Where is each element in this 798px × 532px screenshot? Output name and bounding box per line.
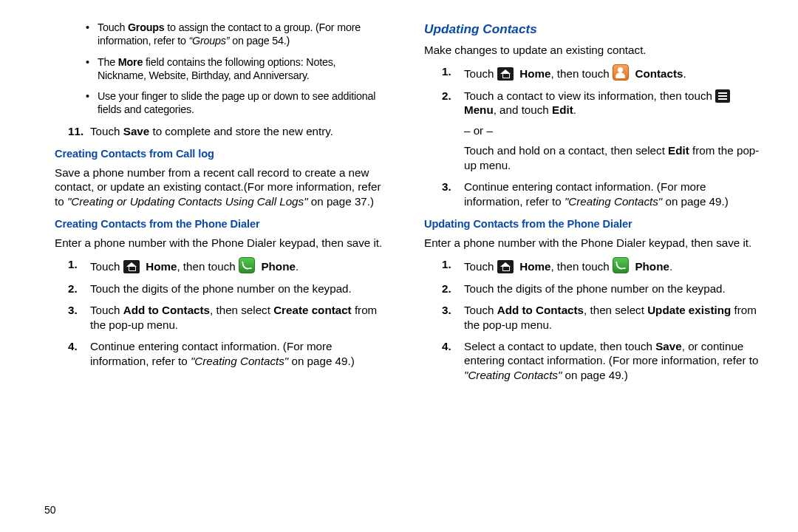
t: , and touch <box>494 103 552 116</box>
phone-icon <box>613 257 629 273</box>
updating-dialer-intro: Enter a phone number with the Phone Dial… <box>424 236 767 250</box>
save-bold: Save <box>655 340 681 352</box>
heading-creating-dialer: Creating Contacts from the Phone Dialer <box>55 217 384 231</box>
menu-icon <box>715 89 730 103</box>
t: Touch <box>464 67 497 80</box>
create-bold: Create contact <box>273 304 352 316</box>
save-bold: Save <box>123 125 149 137</box>
dialer-intro: Enter a phone number with the Phone Dial… <box>55 236 384 250</box>
t: Touch <box>90 260 123 273</box>
upd2-step-3: 3. Touch Add to Contacts, then select Up… <box>442 303 767 332</box>
dialer-steps: 1. Touch Home, then touch Phone. 2. Touc… <box>41 257 384 368</box>
add-bold: Add to Contacts <box>497 304 584 316</box>
ref-italic: "Creating Contacts" <box>191 355 288 367</box>
home-bold: Home <box>519 67 550 80</box>
manual-page: Touch Groups to assign the contact to a … <box>0 0 798 532</box>
edit-bold: Edit <box>552 103 573 116</box>
contacts-bold: Contacts <box>635 67 683 80</box>
t: , then select <box>210 304 273 316</box>
text: Touch <box>90 125 123 137</box>
ref-italic: "Creating Contacts" <box>464 369 562 381</box>
phone-icon <box>239 257 255 273</box>
updating-intro: Make changes to update an existing conta… <box>424 43 767 57</box>
upd2-step-2: 2. Touch the digits of the phone number … <box>442 282 767 296</box>
t: , then select <box>584 304 647 316</box>
t: Touch a contact to view its information,… <box>464 89 715 102</box>
dialer-step-1: 1. Touch Home, then touch Phone. <box>68 257 384 273</box>
bullet-slide: Use your finger to slide the page up or … <box>86 89 384 117</box>
left-column: Touch Groups to assign the contact to a … <box>27 21 399 525</box>
t: , then touch <box>550 67 613 80</box>
ref-italic: "Creating or Updating Contacts Using Cal… <box>67 195 308 208</box>
call-log-paragraph: Save a phone number from a recent call r… <box>55 166 384 208</box>
t: on page 49.) <box>662 195 729 208</box>
home-icon <box>497 260 514 273</box>
t: , then touch <box>177 260 239 273</box>
upd-step-2: 2. Touch a contact to view its informati… <box>442 89 767 172</box>
heading-updating-dialer: Updating Contacts from the Phone Dialer <box>424 217 767 231</box>
right-column: Updating Contacts Make changes to update… <box>399 21 771 525</box>
contacts-icon <box>613 64 629 81</box>
bullet-list-continuation: Touch Groups to assign the contact to a … <box>41 21 384 117</box>
home-icon <box>497 67 514 81</box>
ref-italic: "Creating Contacts" <box>565 195 662 208</box>
dialer-step-4: 4. Continue entering contact information… <box>68 339 384 368</box>
home-icon <box>123 260 140 273</box>
t: on page 49.) <box>288 355 355 367</box>
t: Select a contact to update, then touch <box>464 340 655 352</box>
t: Touch <box>90 304 123 316</box>
update-bold: Update existing <box>647 304 731 316</box>
updating-dialer-steps: 1. Touch Home, then touch Phone. 2. Touc… <box>415 257 767 382</box>
t: Touch the digits of the phone number on … <box>90 282 352 295</box>
heading-creating-call-log: Creating Contacts from Call log <box>55 147 384 161</box>
updating-steps: 1. Touch Home, then touch Contacts. 2. T… <box>415 64 767 208</box>
heading-updating-contacts: Updating Contacts <box>424 21 767 37</box>
add-bold: Add to Contacts <box>123 304 210 316</box>
home-bold: Home <box>146 260 177 273</box>
t: on page 49.) <box>562 369 628 381</box>
t: Touch and hold on a contact, then select <box>464 144 668 157</box>
upd2-step-4: 4. Select a contact to update, then touc… <box>442 339 767 382</box>
home-bold: Home <box>519 260 550 273</box>
upd2-step-1: 1. Touch Home, then touch Phone. <box>442 257 767 273</box>
dialer-step-2: 2. Touch the digits of the phone number … <box>68 282 384 296</box>
text: to complete and store the new entry. <box>149 125 333 137</box>
phone-bold: Phone <box>261 260 295 273</box>
or-sep: – or – <box>464 123 767 137</box>
menu-bold: Menu <box>464 103 494 116</box>
upd-step-1: 1. Touch Home, then touch Contacts. <box>442 64 767 81</box>
step2-alt: Touch and hold on a contact, then select… <box>464 143 767 172</box>
bullet-more: The More field contains the following op… <box>86 55 384 83</box>
page-number: 50 <box>44 504 56 517</box>
upd-step-3: 3. Continue entering contact information… <box>442 180 767 208</box>
t: Touch the digits of the phone number on … <box>464 282 726 295</box>
dialer-step-3: 3. Touch Add to Contacts, then select Cr… <box>68 303 384 332</box>
edit-bold: Edit <box>668 144 689 157</box>
t: , then touch <box>550 260 613 273</box>
bullet-groups: Touch Groups to assign the contact to a … <box>86 21 384 48</box>
phone-bold: Phone <box>635 260 669 273</box>
t: Touch <box>464 304 497 316</box>
step-11-list: 11. Touch Save to complete and store the… <box>41 124 384 138</box>
t: Touch <box>464 260 497 273</box>
step-11: 11. Touch Save to complete and store the… <box>68 124 384 138</box>
